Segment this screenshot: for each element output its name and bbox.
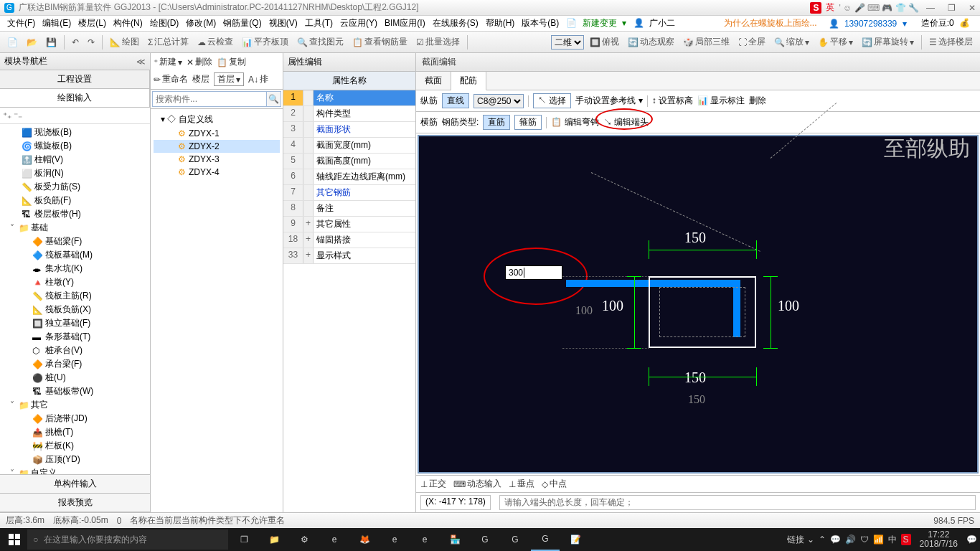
taskbar-app-icon[interactable]: 📝 xyxy=(561,528,590,551)
rotate-screen-button[interactable]: 🔄 屏幕旋转 ▾ xyxy=(859,34,917,50)
tree-item[interactable]: 🏗楼层板带(H) xyxy=(0,207,150,221)
taskbar-app-icon[interactable]: G xyxy=(471,528,499,551)
tab-single-input[interactable]: 单构件输入 xyxy=(0,475,150,494)
menu-edit[interactable]: 编辑(E) xyxy=(39,16,74,31)
tree-item[interactable]: 📏板受力筋(S) xyxy=(0,180,150,194)
tree-item[interactable]: 🏗基础板带(W) xyxy=(0,385,150,398)
menu-tools[interactable]: 工具(T) xyxy=(302,16,336,31)
prop-row[interactable]: 7其它钢筋 xyxy=(283,185,415,201)
tree-item[interactable]: ▬条形基础(T) xyxy=(0,330,150,344)
prop-row[interactable]: 33+显示样式 xyxy=(283,248,415,264)
tree-item[interactable]: 🔲独立基础(F) xyxy=(0,316,150,330)
notice-link[interactable]: 为什么在螺旋板上面绘... xyxy=(721,16,820,31)
draw-button[interactable]: 📐 绘图 xyxy=(107,34,142,50)
fullscreen-button[interactable]: ⛶ 全屏 xyxy=(735,34,768,50)
new-file-button[interactable]: 📄 xyxy=(4,36,21,49)
tree-item[interactable]: ⬡桩承台(V) xyxy=(0,344,150,357)
ortho-toggle[interactable]: ⊥ 正交 xyxy=(420,478,446,490)
straight-rebar-button[interactable]: 直筋 xyxy=(483,115,510,130)
menu-version[interactable]: 版本号(B) xyxy=(519,16,562,31)
tree-item[interactable]: 📦压顶(YD) xyxy=(0,453,150,466)
orbit-button[interactable]: 🔄 动态观察 xyxy=(625,34,677,50)
length-input[interactable]: 300 xyxy=(505,265,562,280)
tab-project-settings[interactable]: 工程设置 xyxy=(0,70,150,88)
snap-perp-toggle[interactable]: ⊥ 垂点 xyxy=(509,478,534,490)
menu-modify[interactable]: 修改(M) xyxy=(183,16,219,31)
prop-row[interactable]: 8备注 xyxy=(283,201,415,217)
close-button[interactable]: ✕ xyxy=(969,3,976,13)
menu-draw[interactable]: 绘图(D) xyxy=(147,16,182,31)
tray-icon[interactable]: 📶 xyxy=(873,534,884,545)
save-button[interactable]: 💾 xyxy=(43,36,60,49)
component-item[interactable]: ⚙ZDYX-1 xyxy=(154,127,280,140)
tray-clock[interactable]: 17:22 2018/7/16 xyxy=(915,530,962,549)
taskbar-app-icon[interactable]: 📁 xyxy=(260,528,288,551)
menu-cloud[interactable]: 云应用(Y) xyxy=(337,16,380,31)
credit-label[interactable]: 造价豆:0 💰 xyxy=(915,16,973,31)
taskbar-app-icon[interactable]: G xyxy=(501,528,529,551)
start-button[interactable] xyxy=(3,528,26,551)
prop-row[interactable]: 6轴线距左边线距离(mm) xyxy=(283,169,415,185)
tree-item[interactable]: 🟦现浇板(B) xyxy=(0,126,150,139)
prop-row[interactable]: 2构件类型 xyxy=(283,106,415,122)
prop-row[interactable]: 5截面高度(mm) xyxy=(283,154,415,169)
set-elevation-button[interactable]: ↕ 设置标高 xyxy=(652,95,693,107)
batch-select-button[interactable]: ☑ 批量选择 xyxy=(413,34,463,50)
stirrup-button[interactable]: 箍筋 xyxy=(514,115,542,130)
tree-group-custom[interactable]: ˅📁自定义 xyxy=(0,466,150,474)
edit-bend-button[interactable]: 📋 编辑弯钩 xyxy=(551,116,598,128)
tab-section[interactable]: 截面 xyxy=(416,72,451,90)
nav-close-button[interactable]: ≪ xyxy=(136,57,146,67)
user-button[interactable]: 👤 广小二 xyxy=(631,16,681,31)
tree-item[interactable]: 📤挑檐(T) xyxy=(0,425,150,439)
undo-button[interactable]: ↶ xyxy=(69,36,82,49)
menu-view[interactable]: 视图(V) xyxy=(266,16,301,31)
component-item-selected[interactable]: ⚙ZDYX-2 xyxy=(154,140,280,153)
prop-row[interactable]: 4截面宽度(mm) xyxy=(283,138,415,154)
tray-icon[interactable]: 🔊 xyxy=(845,534,856,545)
component-item[interactable]: ⚙ZDYX-3 xyxy=(154,153,280,166)
new-change-button[interactable]: 📄 新建变更 ▾ xyxy=(563,16,629,31)
tree-item[interactable]: 📐筏板负筋(X) xyxy=(0,303,150,316)
sort-button[interactable]: A↓ 排 xyxy=(248,72,268,86)
menu-bim[interactable]: BIM应用(I) xyxy=(382,16,428,31)
tree-item[interactable]: 🔷筏板基础(M) xyxy=(0,248,150,262)
manual-ref-button[interactable]: 手动设置参考线 ▾ xyxy=(575,95,642,107)
taskbar-app-icon[interactable]: ⚙ xyxy=(290,528,319,551)
tab-reinforcement[interactable]: 配筋 xyxy=(451,72,486,90)
tree-item[interactable]: 🔶后浇带(JD) xyxy=(0,412,150,425)
tree-item[interactable]: 🔝柱帽(V) xyxy=(0,153,150,166)
tree-group-foundation[interactable]: ˅📁基础 xyxy=(0,221,150,235)
tray-icon[interactable]: 🛡 xyxy=(860,534,869,545)
redo-button[interactable]: ↷ xyxy=(85,36,98,49)
tray-icon[interactable]: 💬 xyxy=(830,534,841,545)
tree-item[interactable]: 📐板负筋(F) xyxy=(0,194,150,207)
rebar-spec-select[interactable]: C8@250 xyxy=(473,94,524,108)
tree-root[interactable]: ▾ ◇ 自定义线 xyxy=(154,112,280,127)
taskbar-search[interactable]: ○ 在这里输入你要搜索的内容 xyxy=(27,529,228,550)
show-label-button[interactable]: 📊 显示标注 xyxy=(697,95,745,107)
tree-item[interactable]: 🚧栏板(K) xyxy=(0,439,150,453)
menu-floor[interactable]: 楼层(L) xyxy=(75,16,109,31)
find-element-button[interactable]: 🔍 查找图元 xyxy=(294,34,347,50)
prop-row[interactable]: 18+锚固搭接 xyxy=(283,232,415,248)
tab-draw-input[interactable]: 绘图输入 xyxy=(0,89,150,107)
prop-row-name[interactable]: 1名称 xyxy=(283,90,415,106)
top-view-button[interactable]: 🔲 俯视 xyxy=(587,34,622,50)
align-top-button[interactable]: 📊 平齐板顶 xyxy=(239,34,291,50)
local-3d-button[interactable]: 🎲 局部三维 xyxy=(680,34,732,50)
select-button[interactable]: ↖ 选择 xyxy=(533,93,571,108)
prop-row[interactable]: 3截面形状 xyxy=(283,122,415,138)
tree-item[interactable]: 📏筏板主筋(R) xyxy=(0,289,150,303)
tree-item[interactable]: 🔶基础梁(F) xyxy=(0,235,150,248)
tree-item[interactable]: 🔶承台梁(F) xyxy=(0,357,150,371)
cad-canvas[interactable]: 至部纵助 150 300 100 xyxy=(418,135,979,474)
menu-help[interactable]: 帮助(H) xyxy=(483,16,518,31)
edit-end-button[interactable]: ↘ 编辑端头 xyxy=(603,116,649,128)
line-button[interactable]: 直线 xyxy=(442,93,469,108)
tree-item[interactable]: 🕳集水坑(K) xyxy=(0,262,150,276)
phone-label[interactable]: 👤 13907298339 ▾ xyxy=(826,17,910,30)
search-button[interactable]: 🔍 xyxy=(267,91,281,107)
component-item[interactable]: ⚙ZDYX-4 xyxy=(154,166,280,179)
menu-online[interactable]: 在线服务(S) xyxy=(430,16,481,31)
